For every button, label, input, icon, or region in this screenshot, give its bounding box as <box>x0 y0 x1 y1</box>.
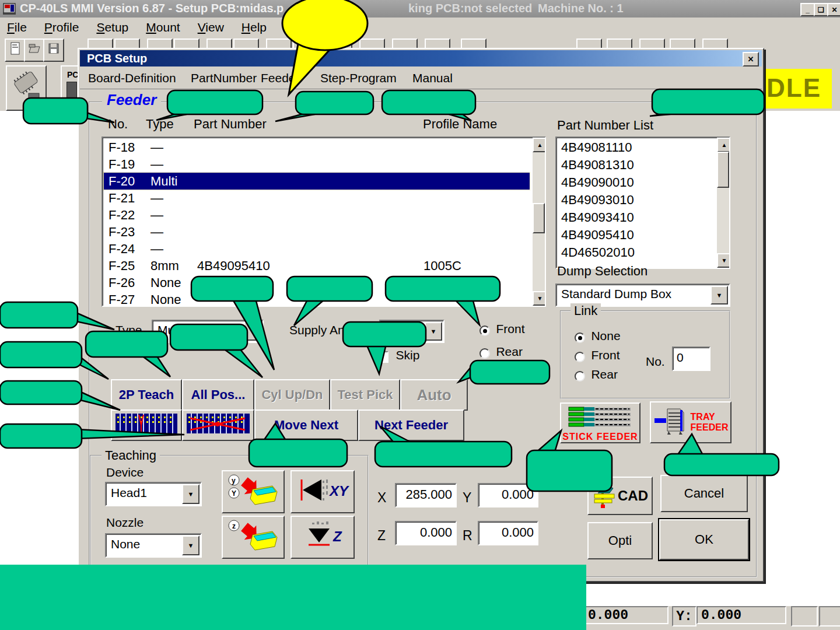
coord-r-field[interactable]: 0.000 <box>478 521 538 545</box>
dropdown-arrow-icon[interactable]: ▼ <box>425 322 442 341</box>
feeder-row[interactable]: F-18— <box>104 139 530 156</box>
dialog-menu-feeder[interactable]: Feeder <box>261 71 300 85</box>
side-radio-rear[interactable]: Rear <box>480 345 523 359</box>
part-number-item[interactable]: 4B49093010 <box>561 192 634 209</box>
supply-angle-value: 0 <box>385 323 392 337</box>
part-number-list[interactable]: 4B49081110 4B49081310 4B49090010 4B49093… <box>555 136 730 269</box>
cad-button[interactable]: CAD <box>587 477 653 515</box>
toolbar-new-button[interactable] <box>5 38 26 62</box>
close-window-button[interactable]: ✕ <box>827 3 840 16</box>
menu-view[interactable]: View <box>197 18 225 37</box>
status-y-label-panel: Y: <box>672 606 696 626</box>
feeder-row[interactable]: F-19— <box>104 156 530 173</box>
toolbar-save-button[interactable] <box>43 38 64 62</box>
auto-button[interactable]: Auto <box>400 379 468 411</box>
tray-feeder-button[interactable]: TRAY FEEDER <box>650 401 732 443</box>
side-radio-front[interactable]: Front <box>480 322 524 336</box>
cancel-button[interactable]: Cancel <box>660 475 748 512</box>
dialog-menu-board-definition[interactable]: Board-Definition <box>88 71 176 85</box>
coord-x-field[interactable]: 285.000 <box>395 483 457 508</box>
scroll-up-icon[interactable]: ▲ <box>717 138 730 152</box>
dialog-title-bar[interactable]: PCB Setup ✕ <box>80 50 762 66</box>
checkbox-icon[interactable] <box>377 351 388 363</box>
link-radio-none[interactable]: None <box>575 329 621 343</box>
part-list-scrollbar[interactable]: ▲ ▼ <box>717 138 729 265</box>
dialog-menu-partnumber[interactable]: PartNumber <box>191 71 257 85</box>
feeder-list[interactable]: F-18— F-19— F-20Multi F-21— F-22— F-23— … <box>102 136 546 307</box>
part-number-item[interactable]: 4B49081110 <box>561 140 632 157</box>
feeder-row[interactable]: F-21— <box>104 190 530 206</box>
list-header-part-number: Part Number <box>194 117 267 132</box>
radio-selected-icon[interactable] <box>480 326 490 336</box>
feeder-bank-button[interactable] <box>111 410 182 441</box>
dropdown-arrow-icon[interactable]: ▼ <box>244 322 261 341</box>
minimize-button[interactable]: _ <box>800 3 815 16</box>
stick-feeder-icon <box>568 406 633 430</box>
restore-button[interactable]: ❏ <box>814 3 828 16</box>
part-number-item[interactable]: 4B49090010 <box>561 175 634 192</box>
dialog-menu-step-program[interactable]: Step-Program <box>320 71 397 85</box>
feeder-row[interactable]: F-27None <box>104 291 530 307</box>
skip-checkbox-row[interactable]: Skip <box>377 348 419 363</box>
feeder-row[interactable]: F-258mm4B490954101005C <box>104 257 530 274</box>
link-radio-front[interactable]: Front <box>575 348 620 362</box>
nozzle-combo[interactable]: None ▼ <box>105 533 202 558</box>
test-pick-button[interactable]: Test Pick <box>330 379 400 411</box>
component-setup-button[interactable] <box>6 65 47 111</box>
feeder-row[interactable]: F-24— <box>104 240 530 257</box>
radio-icon[interactable] <box>480 348 490 359</box>
coord-z-field[interactable]: 0.000 <box>395 521 457 545</box>
move-xy-button[interactable]: XY <box>290 470 355 513</box>
nozzle-label: Nozzle <box>106 516 144 530</box>
opti-button[interactable]: Opti <box>587 522 653 559</box>
supply-angle-label: Supply Angle <box>289 323 361 337</box>
feeder-bank-crossed-button[interactable] <box>182 410 254 441</box>
scroll-down-icon[interactable]: ▼ <box>717 253 730 268</box>
scrollbar-thumb[interactable] <box>717 152 729 188</box>
type-combo[interactable]: Multi ▼ <box>152 320 264 343</box>
menu-help[interactable]: Help <box>240 18 268 37</box>
all-pos-button[interactable]: All Pos... <box>182 379 254 411</box>
menu-setup[interactable]: Setup <box>95 18 130 37</box>
scrollbar-thumb[interactable] <box>533 203 545 233</box>
ok-button[interactable]: OK <box>659 519 749 560</box>
stick-feeder-button[interactable]: STICK FEEDER <box>560 402 640 443</box>
radio-icon[interactable] <box>575 371 585 382</box>
radio-selected-icon[interactable] <box>575 332 585 343</box>
feeder-row-selected[interactable]: F-20Multi <box>104 173 530 190</box>
coord-y-field[interactable]: 0.000 <box>478 483 538 508</box>
device-combo[interactable]: Head1 ▼ <box>105 482 202 506</box>
menu-file[interactable]: File <box>6 18 28 37</box>
feeder-row[interactable]: F-23— <box>104 223 530 240</box>
feeder-list-scrollbar[interactable]: ▲ ▼ <box>533 138 545 303</box>
next-feeder-button[interactable]: Next Feeder <box>358 410 464 441</box>
part-number-item[interactable]: 4B49081310 <box>561 158 634 174</box>
dialog-menu-manual[interactable]: Manual <box>412 71 453 85</box>
toolbar-open-button[interactable] <box>24 38 45 62</box>
svg-text:z: z <box>232 522 236 530</box>
dropdown-arrow-icon[interactable]: ▼ <box>182 536 200 555</box>
dropdown-arrow-icon[interactable]: ▼ <box>710 286 728 304</box>
dialog-close-button[interactable]: ✕ <box>743 52 759 66</box>
feeder-row[interactable]: F-22— <box>104 206 530 223</box>
cyl-up-dn-button[interactable]: Cyl Up/Dn <box>254 379 330 411</box>
teach-feeder-z-button[interactable]: z <box>222 516 285 559</box>
part-number-item[interactable]: 4B49093410 <box>561 210 634 227</box>
link-radio-rear[interactable]: Rear <box>575 368 618 382</box>
scroll-down-icon[interactable]: ▼ <box>533 291 546 306</box>
menu-mount[interactable]: Mount <box>145 18 181 37</box>
2p-teach-button[interactable]: 2P Teach <box>111 379 182 411</box>
move-next-button[interactable]: Move Next <box>254 410 358 441</box>
menu-profile[interactable]: Profile <box>43 18 80 37</box>
dropdown-arrow-icon[interactable]: ▼ <box>182 484 200 504</box>
link-no-field[interactable]: 0 <box>672 346 710 371</box>
part-number-item[interactable]: 4B49095410 <box>561 228 634 244</box>
move-z-button[interactable]: Z <box>290 516 355 559</box>
supply-angle-combo[interactable]: 0 ▼ <box>379 320 444 343</box>
scroll-up-icon[interactable]: ▲ <box>533 138 546 152</box>
part-number-item[interactable]: 4D46502010 <box>561 245 635 262</box>
radio-icon[interactable] <box>575 352 585 362</box>
teach-feeder-xy-button[interactable]: y Y <box>222 470 285 513</box>
tray-feeder-icon <box>653 405 687 439</box>
feeder-row[interactable]: F-26None <box>104 274 530 291</box>
